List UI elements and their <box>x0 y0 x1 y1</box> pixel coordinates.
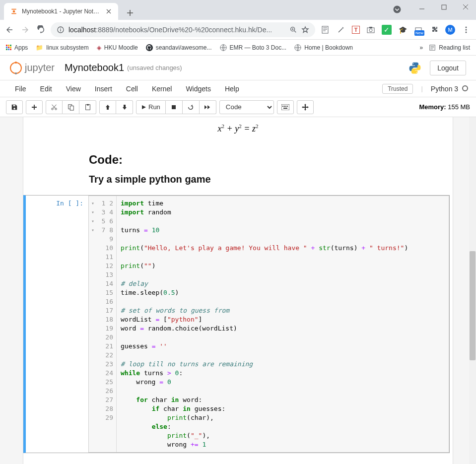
scrollbar-thumb[interactable] <box>470 251 476 360</box>
menu-help[interactable]: Help <box>218 82 246 96</box>
save-status: (unsaved changes) <box>127 64 182 71</box>
bookmark-overflow[interactable]: » <box>420 44 423 51</box>
star-icon[interactable] <box>301 26 309 34</box>
restart-button[interactable] <box>183 100 200 114</box>
code-editor[interactable]: import time import random turns = 10 pri… <box>117 196 449 452</box>
menu-kernel[interactable]: Kernel <box>145 82 179 96</box>
move-cell-button[interactable] <box>297 100 314 114</box>
svg-point-13 <box>466 29 467 30</box>
bookmark-bookdown[interactable]: Home | Bookdown <box>294 44 353 51</box>
tab-close-icon[interactable] <box>105 8 112 15</box>
svg-rect-5 <box>60 28 61 28</box>
svg-rect-27 <box>284 106 285 107</box>
back-icon[interactable] <box>5 25 14 34</box>
bookmark-linux[interactable]: 📁linux subsystem <box>36 44 88 51</box>
restart-run-all-button[interactable] <box>200 100 216 114</box>
jupyter-header: jupyter Mynotebook1 (unsaved changes) Lo… <box>0 56 476 80</box>
svg-rect-21 <box>70 106 73 110</box>
site-info-icon[interactable] <box>57 26 65 34</box>
github-icon <box>146 44 153 51</box>
ext-evernote-icon[interactable]: ✓ <box>382 25 392 35</box>
tab-title: Mynotebook1 - Jupyter Noteboo <box>22 8 101 15</box>
globe-icon <box>220 44 227 51</box>
code-cell[interactable]: In [ ]: ▾ ▾ ▾ ▾ 1 2 3 4 5 6 7 8 9 10 11 … <box>23 195 450 453</box>
python-logo-icon[interactable] <box>408 61 422 75</box>
svg-rect-29 <box>287 106 288 107</box>
svg-rect-7 <box>322 26 328 33</box>
ext-reader-icon[interactable] <box>320 25 330 35</box>
globe-icon <box>294 44 301 51</box>
browser-tab-active[interactable]: Mynotebook1 - Jupyter Noteboo <box>4 3 118 20</box>
close-window-icon[interactable] <box>458 2 473 12</box>
avatar[interactable]: M <box>445 25 455 35</box>
apps-button[interactable]: Apps <box>6 44 28 51</box>
paste-button[interactable] <box>79 100 96 114</box>
minimize-icon[interactable] <box>414 2 429 12</box>
ext-camera-icon[interactable] <box>366 25 376 35</box>
new-tab-button[interactable] <box>123 6 137 20</box>
svg-rect-23 <box>87 104 89 105</box>
add-cell-button[interactable] <box>26 100 43 114</box>
svg-rect-2 <box>442 5 446 9</box>
svg-rect-25 <box>281 104 289 110</box>
menu-view[interactable]: View <box>59 82 88 96</box>
browser-menu-icon[interactable] <box>461 25 471 35</box>
bookmark-emr[interactable]: EMR — Boto 3 Doc... <box>220 44 287 51</box>
ext-trello-icon[interactable]: T <box>352 26 360 34</box>
jupyter-favicon-icon <box>10 7 18 15</box>
memory-indicator: Memory: 155 MB <box>419 103 470 111</box>
notebook-name[interactable]: Mynotebook1 <box>65 62 124 73</box>
menu-insert[interactable]: Insert <box>88 82 119 96</box>
ext-scholar-icon[interactable]: 🎓 <box>398 25 408 35</box>
zoom-icon[interactable] <box>289 26 297 34</box>
svg-rect-24 <box>172 105 176 109</box>
markdown-heading-code: Code: <box>89 153 453 167</box>
ext-new-icon[interactable]: New <box>413 25 423 35</box>
kernel-name[interactable]: Python 3 <box>431 85 468 93</box>
logout-button[interactable]: Logout <box>430 61 466 75</box>
svg-point-9 <box>369 29 372 32</box>
menu-widgets[interactable]: Widgets <box>179 82 218 96</box>
cell-input-area[interactable]: ▾ ▾ ▾ ▾ 1 2 3 4 5 6 7 8 9 10 11 12 13 14… <box>88 196 449 453</box>
ext-puzzle-icon[interactable] <box>429 25 439 35</box>
interrupt-button[interactable] <box>166 100 183 114</box>
cell-type-select[interactable]: Code <box>219 100 274 114</box>
bookmark-seandavi[interactable]: seandavi/awesome... <box>146 44 212 51</box>
maximize-icon[interactable] <box>436 2 451 12</box>
menu-edit[interactable]: Edit <box>33 82 59 96</box>
folder-icon: 📁 <box>36 44 43 51</box>
move-up-button[interactable] <box>99 100 116 114</box>
menu-file[interactable]: File <box>8 82 33 96</box>
apps-icon <box>6 45 11 50</box>
cell-prompt: In [ ]: <box>26 196 88 453</box>
run-button[interactable]: Run <box>136 100 166 114</box>
trusted-indicator[interactable]: Trusted <box>382 84 413 94</box>
menu-cell[interactable]: Cell <box>119 82 145 96</box>
reading-list-button[interactable]: Reading list <box>429 44 470 51</box>
fold-gutter[interactable]: ▾ ▾ ▾ ▾ <box>89 196 97 452</box>
command-palette-button[interactable] <box>277 100 294 114</box>
window-controls <box>414 2 473 12</box>
move-down-button[interactable] <box>116 100 133 114</box>
svg-rect-26 <box>282 106 283 107</box>
svg-point-1 <box>394 6 401 13</box>
markdown-heading-game: Try a simple python game <box>89 174 453 185</box>
save-button[interactable] <box>6 100 23 114</box>
bookmark-hku[interactable]: ◈HKU Moodle <box>97 44 138 51</box>
copy-button[interactable] <box>63 100 79 114</box>
shield-icon: ◈ <box>97 44 101 51</box>
notebook-area[interactable]: x2 + y2 = z2 Code: Try a simple python g… <box>0 117 476 464</box>
svg-rect-4 <box>60 29 61 31</box>
jupyter-logo[interactable]: jupyter <box>10 62 55 74</box>
jupyter-logo-icon <box>10 62 22 74</box>
separator: | <box>421 85 422 92</box>
profile-chevron-icon[interactable] <box>393 5 402 14</box>
forward-icon <box>21 25 30 34</box>
reload-icon[interactable] <box>37 25 46 34</box>
url-box[interactable]: localhost:8889/notebooks/OneDrive%20-%20… <box>51 22 315 37</box>
ext-wand-icon[interactable] <box>336 25 346 35</box>
bookmarks-bar: Apps 📁linux subsystem ◈HKU Moodle seanda… <box>0 40 476 56</box>
scrollbar-track[interactable] <box>469 117 476 464</box>
cut-button[interactable] <box>46 100 63 114</box>
svg-point-14 <box>466 31 467 33</box>
